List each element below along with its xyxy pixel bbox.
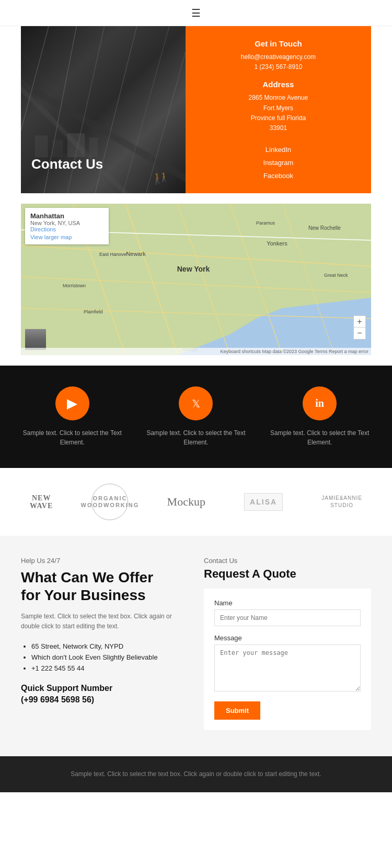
quick-support-number: (+99 6984 5698 56) (21, 695, 94, 704)
message-form-group: Message (214, 634, 361, 694)
address-label: Address (201, 80, 355, 89)
facebook-link[interactable]: Facebook (201, 170, 355, 183)
map-location-name: Manhattan (30, 212, 103, 220)
organic-logo-text: ORGANIC WOODWORKING (91, 484, 128, 520)
map-street-view (25, 329, 46, 350)
map-view-larger[interactable]: View larger map (30, 234, 103, 240)
social-item-youtube: ▶ Sample text. Click to select the Text … (20, 386, 124, 447)
contact-hero-section: 🚶 Contact Us Get in Touch hello@creative… (21, 26, 371, 193)
svg-rect-8 (35, 135, 48, 157)
twitter-text: Sample text. Click to select the Text El… (144, 428, 248, 447)
logo-organic: ORGANIC WOODWORKING (91, 484, 128, 520)
social-item-twitter: 𝕏 Sample text. Click to select the Text … (144, 386, 248, 447)
map-inner: New York Newark Yonkers New Rochelle Mor… (21, 204, 371, 355)
quick-support-label: Quick Support Number (+99 6984 5698 56) (21, 683, 188, 706)
alisa-logo-text: Alisa (244, 493, 283, 511)
message-label: Message (214, 634, 361, 642)
twitter-circle[interactable]: 𝕏 (179, 386, 213, 420)
help-title-line2: for Your Business (21, 587, 146, 603)
name-form-group: Name (214, 599, 361, 626)
svg-text:Plainfield: Plainfield (84, 309, 103, 314)
linkedin-circle[interactable]: in (303, 386, 337, 420)
social-dark-section: ▶ Sample text. Click to select the Text … (0, 366, 392, 468)
contact-social-links: LinkedIn Instagram Facebook (201, 144, 355, 182)
footer: Sample text. Click to select the text bo… (0, 756, 392, 792)
map-directions-btn[interactable]: Directions (30, 226, 56, 232)
social-item-linkedin: in Sample text. Click to select the Text… (268, 386, 372, 447)
svg-text:Newark: Newark (126, 251, 146, 257)
map-zoom-in[interactable]: + (354, 316, 365, 327)
help-list-item-3: +1 222 545 55 44 (31, 664, 188, 672)
help-section: Help Us 24/7 What Can We Offer for Your … (0, 536, 392, 756)
get-in-touch-label: Get in Touch (201, 39, 355, 48)
help-title: What Can We Offer for Your Business (21, 569, 188, 604)
address-section: Address 2865 Monroe Avenue Fort Myers Pr… (201, 80, 355, 133)
svg-text:East Hanover: East Hanover (99, 252, 128, 257)
address-line2: Fort Myers (201, 103, 355, 113)
help-list-item-1: 65 Street, Network City, NYPD (31, 642, 188, 650)
map-location-sub: New York, NY, USA (30, 220, 103, 226)
map-zoom-controls: + − (353, 315, 366, 339)
twitter-icon: 𝕏 (192, 397, 200, 410)
svg-text:Morristown: Morristown (63, 283, 86, 288)
message-textarea[interactable] (214, 644, 361, 691)
svg-text:Paramus: Paramus (256, 220, 275, 226)
contact-hero-image: 🚶 Contact Us (21, 26, 186, 193)
map-footer: Keyboard shortcuts Map data ©2023 Google… (21, 348, 371, 355)
help-title-line1: What Can We Offer (21, 569, 153, 585)
map-overlay-box: Manhattan New York, NY, USA Directions V… (25, 208, 109, 244)
youtube-circle[interactable]: ▶ (55, 386, 89, 420)
help-list: 65 Street, Network City, NYPD Which don'… (21, 642, 188, 672)
svg-text:New Rochelle: New Rochelle (308, 225, 341, 231)
svg-rect-10 (67, 133, 85, 157)
youtube-text: Sample text. Click to select the Text El… (20, 428, 124, 447)
newwave-logo-text: NEW WAVE (30, 494, 53, 510)
address-line3: Province full Florida (201, 113, 355, 123)
jamie-logo-text: JAMIE&ANNIE STUDIO (321, 495, 362, 509)
footer-text: Sample text. Click to select the text bo… (10, 769, 382, 779)
address-line1: 2865 Monroe Avenue (201, 93, 355, 103)
name-label: Name (214, 599, 361, 607)
instagram-link[interactable]: Instagram (201, 157, 355, 170)
contact-form-section: Contact Us Request A Quote Name Message … (204, 557, 371, 730)
svg-line-4 (123, 26, 169, 193)
form-card: Name Message Submit (204, 589, 371, 730)
svg-rect-9 (52, 140, 63, 157)
contact-form-section-label: Contact Us (204, 557, 371, 565)
submit-button[interactable]: Submit (214, 701, 260, 720)
svg-text:New York: New York (177, 265, 210, 273)
help-description: Sample text. Click to select the text bo… (21, 612, 188, 631)
logo-jamie: JAMIE&ANNIE STUDIO (321, 495, 362, 509)
linkedin-text: Sample text. Click to select the Text El… (268, 428, 372, 447)
logo-mockup: Mockup (167, 495, 205, 509)
help-left: Help Us 24/7 What Can We Offer for Your … (21, 557, 188, 730)
contact-hero-info: Get in Touch hello@creativeagency.com 1 … (186, 26, 371, 193)
linkedin-link[interactable]: LinkedIn (201, 144, 355, 157)
logo-newwave: NEW WAVE (30, 494, 53, 510)
svg-line-0 (21, 26, 49, 131)
youtube-icon: ▶ (67, 395, 77, 412)
help-subtitle: Help Us 24/7 (21, 557, 188, 565)
logos-section: NEW WAVE ORGANIC WOODWORKING Mockup Alis… (0, 468, 392, 536)
quick-support-text: Quick Support Number (21, 684, 112, 693)
contact-hero-title: Contact Us (31, 156, 103, 172)
map-section: New York Newark Yonkers New Rochelle Mor… (21, 204, 371, 355)
menu-icon[interactable]: ☰ (191, 7, 201, 19)
name-input[interactable] (214, 609, 361, 626)
linkedin-icon: in (315, 397, 324, 409)
contact-form-title: Request A Quote (204, 567, 371, 581)
svg-rect-11 (89, 138, 98, 157)
svg-text:Yonkers: Yonkers (267, 240, 287, 247)
address-line4: 33901 (201, 123, 355, 133)
map-zoom-out[interactable]: − (354, 327, 365, 339)
mockup-logo-text: Mockup (167, 495, 205, 509)
contact-email: hello@creativeagency.com (201, 52, 355, 62)
svg-text:Great Neck: Great Neck (324, 273, 348, 278)
logo-alisa: Alisa (244, 493, 283, 511)
contact-phone: 1 (234) 567-8910 (201, 62, 355, 72)
help-list-item-2: Which don't Look Even Slightly Believabl… (31, 653, 188, 661)
header: ☰ (0, 0, 392, 26)
